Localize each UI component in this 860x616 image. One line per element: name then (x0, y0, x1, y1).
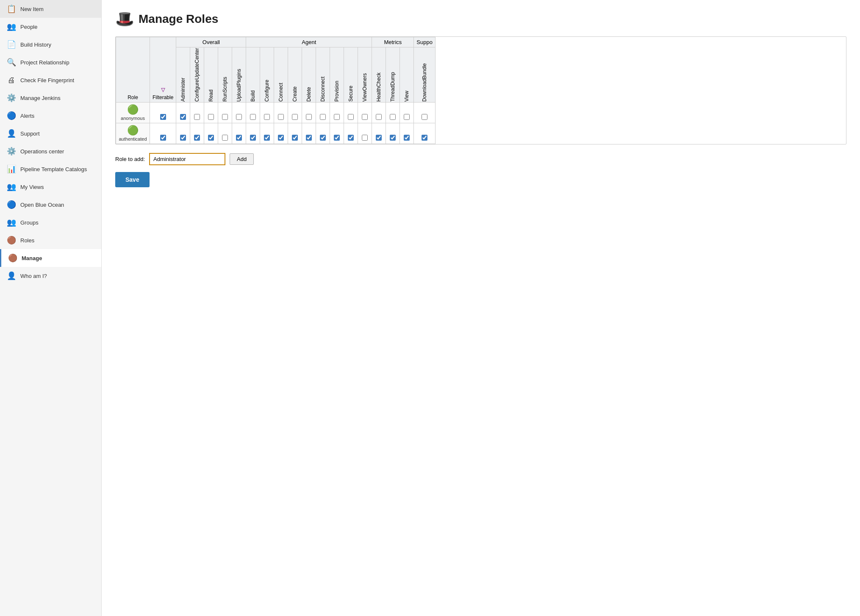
perm-cell-anonymous-runscripts[interactable] (218, 103, 232, 123)
perm-cell-anonymous-secure[interactable] (344, 103, 358, 123)
perm-checkbox-authenticated-threaddump[interactable] (390, 135, 396, 141)
perm-checkbox-anonymous-threaddump[interactable] (390, 114, 396, 120)
perm-cell-anonymous-viewowners[interactable] (358, 103, 372, 123)
perm-cell-anonymous-view[interactable] (400, 103, 414, 123)
perm-checkbox-anonymous-runscripts[interactable] (222, 114, 228, 120)
perm-cell-authenticated-view[interactable] (400, 123, 414, 144)
perm-cell-anonymous-threaddump[interactable] (386, 103, 400, 123)
perm-checkbox-authenticated-uploadplugins[interactable] (236, 135, 242, 141)
sidebar-item-build-history[interactable]: 📄 Build History (0, 36, 101, 53)
perm-checkbox-authenticated-runscripts[interactable] (222, 135, 228, 141)
perm-cell-anonymous-administer[interactable] (176, 103, 190, 123)
perm-cell-authenticated-secure[interactable] (344, 123, 358, 144)
filterable-checkbox-anonymous[interactable] (160, 114, 166, 120)
perm-checkbox-authenticated-healthcheck[interactable] (376, 135, 382, 141)
perm-checkbox-authenticated-read[interactable] (208, 135, 214, 141)
perm-cell-authenticated-downloadbundle[interactable] (414, 123, 436, 144)
perm-checkbox-authenticated-downloadbundle[interactable] (422, 135, 427, 141)
sidebar-item-new-item[interactable]: 📋 New Item (0, 0, 101, 18)
sidebar-item-support[interactable]: 👤 Support (0, 125, 101, 142)
sidebar-item-alerts[interactable]: 🔵 Alerts (0, 107, 101, 125)
perm-cell-authenticated-administer[interactable] (176, 123, 190, 144)
perm-checkbox-authenticated-create[interactable] (292, 135, 298, 141)
sidebar-item-roles[interactable]: 🟤 Roles (0, 231, 101, 249)
perm-checkbox-anonymous-healthcheck[interactable] (376, 114, 382, 120)
perm-cell-anonymous-configure[interactable] (260, 103, 274, 123)
perm-checkbox-authenticated-delete[interactable] (306, 135, 312, 141)
perm-cell-authenticated-configure[interactable] (260, 123, 274, 144)
perm-checkbox-anonymous-view[interactable] (404, 114, 410, 120)
perm-checkbox-authenticated-configureupdatecenter[interactable] (194, 135, 200, 141)
perm-checkbox-authenticated-disconnect[interactable] (320, 135, 326, 141)
sidebar-item-project-relationship[interactable]: 🔍 Project Relationship (0, 53, 101, 71)
perm-cell-anonymous-downloadbundle[interactable] (414, 103, 436, 123)
perm-cell-authenticated-uploadplugins[interactable] (232, 123, 246, 144)
filterable-checkbox-authenticated[interactable] (160, 135, 166, 141)
perm-checkbox-anonymous-build[interactable] (250, 114, 256, 120)
perm-cell-authenticated-runscripts[interactable] (218, 123, 232, 144)
perm-cell-anonymous-build[interactable] (246, 103, 260, 123)
filterable-cell-authenticated[interactable] (150, 123, 176, 144)
perm-cell-authenticated-provision[interactable] (330, 123, 344, 144)
sidebar-item-manage-jenkins[interactable]: ⚙️ Manage Jenkins (0, 89, 101, 107)
perm-cell-authenticated-connect[interactable] (274, 123, 288, 144)
perm-cell-anonymous-configureupdatecenter[interactable] (190, 103, 204, 123)
perm-cell-authenticated-delete[interactable] (302, 123, 316, 144)
perm-cell-authenticated-create[interactable] (288, 123, 302, 144)
perm-cell-authenticated-read[interactable] (204, 123, 218, 144)
perm-checkbox-authenticated-connect[interactable] (278, 135, 284, 141)
col-header-read: Read (204, 47, 218, 103)
perm-cell-authenticated-build[interactable] (246, 123, 260, 144)
perm-checkbox-anonymous-viewowners[interactable] (362, 114, 368, 120)
perm-checkbox-anonymous-configure[interactable] (264, 114, 270, 120)
perm-checkbox-anonymous-delete[interactable] (306, 114, 312, 120)
perm-checkbox-anonymous-read[interactable] (208, 114, 214, 120)
sidebar-item-check-file-fingerprint[interactable]: 🖨 Check File Fingerprint (0, 71, 101, 89)
role-add-input[interactable] (149, 153, 225, 165)
sidebar-item-people[interactable]: 👥 People (0, 18, 101, 36)
sidebar-item-my-views[interactable]: 👥 My Views (0, 178, 101, 196)
perm-checkbox-authenticated-view[interactable] (404, 135, 410, 141)
filterable-cell-anonymous[interactable] (150, 103, 176, 123)
perm-cell-authenticated-viewowners[interactable] (358, 123, 372, 144)
perm-checkbox-authenticated-provision[interactable] (334, 135, 340, 141)
perm-cell-anonymous-delete[interactable] (302, 103, 316, 123)
col-header-administer: Administer (176, 47, 190, 103)
perm-cell-anonymous-uploadplugins[interactable] (232, 103, 246, 123)
perm-checkbox-anonymous-configureupdatecenter[interactable] (194, 114, 200, 120)
perm-checkbox-anonymous-uploadplugins[interactable] (236, 114, 242, 120)
sidebar: 📋 New Item 👥 People 📄 Build History 🔍 Pr… (0, 0, 102, 616)
perm-checkbox-anonymous-downloadbundle[interactable] (422, 114, 427, 120)
perm-cell-authenticated-disconnect[interactable] (316, 123, 330, 144)
perm-cell-anonymous-connect[interactable] (274, 103, 288, 123)
perm-checkbox-anonymous-create[interactable] (292, 114, 298, 120)
sidebar-item-manage[interactable]: 🟤 Manage (0, 249, 101, 267)
perm-checkbox-anonymous-secure[interactable] (348, 114, 354, 120)
perm-checkbox-anonymous-disconnect[interactable] (320, 114, 326, 120)
perm-cell-authenticated-threaddump[interactable] (386, 123, 400, 144)
sidebar-icon-check-file-fingerprint: 🖨 (7, 75, 16, 85)
perm-checkbox-authenticated-secure[interactable] (348, 135, 354, 141)
perm-checkbox-authenticated-administer[interactable] (180, 135, 186, 141)
perm-checkbox-anonymous-provision[interactable] (334, 114, 340, 120)
save-button[interactable]: Save (115, 172, 150, 187)
perm-cell-anonymous-disconnect[interactable] (316, 103, 330, 123)
sidebar-item-groups[interactable]: 👥 Groups (0, 214, 101, 231)
perm-checkbox-anonymous-administer[interactable] (180, 114, 186, 120)
sidebar-item-who-am-i[interactable]: 👤 Who am I? (0, 267, 101, 285)
perm-cell-anonymous-healthcheck[interactable] (372, 103, 386, 123)
perm-cell-anonymous-read[interactable] (204, 103, 218, 123)
sidebar-icon-project-relationship: 🔍 (7, 58, 16, 67)
perm-cell-anonymous-provision[interactable] (330, 103, 344, 123)
sidebar-item-pipeline-template-catalogs[interactable]: 📊 Pipeline Template Catalogs (0, 160, 101, 178)
add-role-button[interactable]: Add (230, 153, 254, 165)
perm-cell-authenticated-healthcheck[interactable] (372, 123, 386, 144)
perm-checkbox-authenticated-build[interactable] (250, 135, 256, 141)
perm-cell-authenticated-configureupdatecenter[interactable] (190, 123, 204, 144)
perm-checkbox-anonymous-connect[interactable] (278, 114, 284, 120)
perm-checkbox-authenticated-viewowners[interactable] (362, 135, 368, 141)
sidebar-item-open-blue-ocean[interactable]: 🔵 Open Blue Ocean (0, 196, 101, 214)
perm-checkbox-authenticated-configure[interactable] (264, 135, 270, 141)
sidebar-item-operations-center[interactable]: ⚙️ Operations center (0, 142, 101, 160)
perm-cell-anonymous-create[interactable] (288, 103, 302, 123)
